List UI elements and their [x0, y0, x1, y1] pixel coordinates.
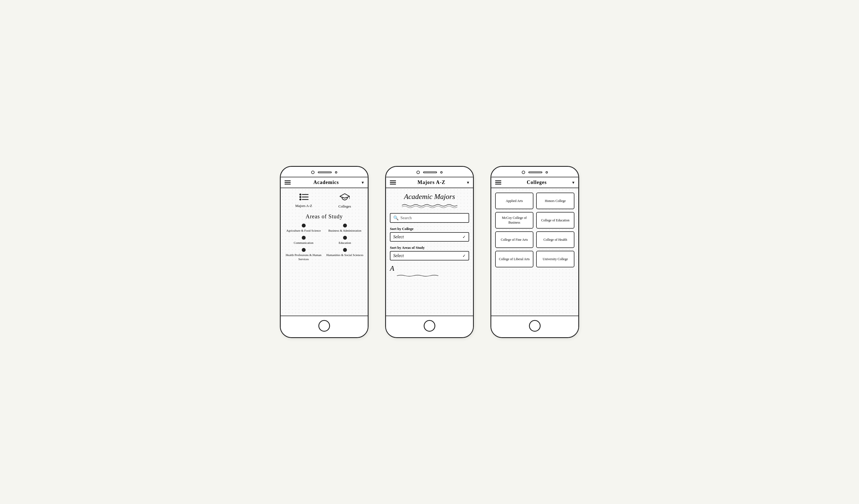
dot-icon-biz: [343, 224, 347, 228]
phone-content-2: Academic Majors 🔍 Search Sort by College…: [386, 188, 473, 316]
nav-title-2: Majors A-Z: [396, 180, 467, 185]
phone-content-1: Majors A-Z Colleges Areas of Study: [281, 188, 368, 316]
study-area-label-comm: Communication: [294, 241, 313, 245]
hamburger-menu-3[interactable]: [495, 180, 501, 185]
hamburger-menu-2[interactable]: [390, 180, 396, 185]
svg-point-0: [300, 194, 301, 196]
study-area-agri[interactable]: Agriculture & Food Science: [285, 224, 322, 232]
nav-chevron-1[interactable]: ▾: [362, 180, 364, 185]
camera-icon-1: [311, 171, 315, 174]
college-card-education[interactable]: College of Education: [536, 212, 574, 229]
college-card-university[interactable]: University College: [536, 251, 574, 268]
dot-icon-edu: [343, 236, 347, 240]
phone-content-3: Applied Arts Honors College McCoy Colleg…: [491, 188, 578, 316]
alphabet-underline: [390, 274, 445, 279]
phone-top-1: [281, 167, 368, 177]
top-dot-2: [440, 171, 442, 173]
dot-icon-comm: [302, 236, 306, 240]
nav-title-3: Colleges: [501, 180, 572, 185]
search-icon: 🔍: [393, 215, 399, 220]
phone-bottom-3: [491, 316, 578, 337]
college-card-health[interactable]: College of Health: [536, 231, 574, 248]
camera-icon-2: [417, 171, 420, 174]
nav-title-1: Academics: [291, 180, 362, 185]
study-area-label-edu: Education: [338, 241, 351, 245]
college-name-applied-arts: Applied Arts: [506, 199, 523, 203]
menu-label-majors: Majors A-Z: [295, 204, 312, 208]
study-area-biz[interactable]: Business & Administration: [326, 224, 364, 232]
phone-majors: Majors A-Z ▾ Academic Majors 🔍 Search So…: [385, 166, 474, 338]
sort-study-select[interactable]: Select ✓: [390, 251, 469, 260]
section-title-1: Areas of Study: [285, 213, 364, 220]
phone-top-3: [491, 167, 578, 177]
svg-marker-6: [340, 194, 350, 198]
college-card-liberal-arts[interactable]: College of Liberal Arts: [495, 251, 533, 268]
sort-study-value: Select: [393, 253, 404, 258]
dot-icon-health: [302, 248, 306, 252]
alphabet-letter: A: [390, 264, 469, 273]
college-card-honors[interactable]: Honors College: [536, 193, 574, 209]
nav-bar-3: Colleges ▾: [491, 177, 578, 188]
menu-item-majors[interactable]: Majors A-Z: [285, 193, 323, 209]
sort-study-label: Sort by Areas of Study: [390, 245, 469, 250]
sort-college-chevron: ✓: [463, 235, 466, 239]
camera-icon-3: [522, 171, 525, 174]
menu-label-colleges: Colleges: [338, 204, 351, 209]
home-button-2[interactable]: [424, 320, 435, 332]
study-area-label-health: Health Professions & Human Services: [285, 253, 322, 261]
study-area-label-biz: Business & Administration: [328, 229, 361, 232]
phone-bottom-1: [281, 316, 368, 337]
nav-bar-2: Majors A-Z ▾: [386, 177, 473, 188]
college-card-applied-arts[interactable]: Applied Arts: [495, 193, 533, 209]
college-name-education: College of Education: [541, 218, 570, 223]
college-name-university: University College: [543, 257, 568, 262]
search-label: Search: [401, 216, 412, 220]
phone-top-2: [386, 167, 473, 177]
nav-bar-1: Academics ▾: [281, 177, 368, 188]
college-name-liberal-arts: College of Liberal Arts: [499, 257, 530, 262]
svg-point-2: [300, 196, 301, 198]
study-areas-grid: Agriculture & Food Science Business & Ad…: [285, 224, 364, 261]
sort-study-chevron: ✓: [463, 254, 466, 258]
speaker-icon-2: [423, 171, 437, 173]
phone-academics: Academics ▾: [280, 166, 368, 338]
dot-icon-hum: [343, 248, 347, 252]
study-area-hum[interactable]: Humanities & Social Sciences: [326, 248, 364, 261]
svg-point-4: [300, 199, 301, 201]
phone-bottom-2: [386, 316, 473, 337]
dot-icon-agri: [302, 224, 306, 228]
majors-page-title: Academic Majors: [390, 193, 469, 201]
top-dot-3: [546, 171, 548, 173]
sort-college-value: Select: [393, 234, 404, 240]
college-name-mccoy: McCoy College of Business: [498, 216, 531, 225]
sort-college-select[interactable]: Select ✓: [390, 232, 469, 242]
hamburger-menu-1[interactable]: [285, 180, 291, 185]
home-button-1[interactable]: [318, 320, 330, 332]
menu-grid-1: Majors A-Z Colleges: [285, 193, 364, 209]
top-dot-1: [335, 171, 337, 173]
study-area-label-hum: Humanities & Social Sciences: [327, 253, 364, 257]
sort-college-label: Sort by College: [390, 227, 469, 231]
college-name-honors: Honors College: [545, 199, 566, 203]
college-card-fine-arts[interactable]: College of Fine Arts: [495, 231, 533, 248]
study-area-health[interactable]: Health Professions & Human Services: [285, 248, 322, 261]
study-area-comm[interactable]: Communication: [285, 236, 322, 245]
wavy-decoration: [398, 202, 461, 209]
grad-cap-icon: [340, 193, 350, 202]
nav-chevron-3[interactable]: ▾: [572, 180, 574, 185]
page-container: Academics ▾: [269, 149, 590, 355]
speaker-icon-3: [528, 171, 542, 173]
phone-colleges: Colleges ▾ Applied Arts Honors College M…: [491, 166, 579, 338]
college-name-fine-arts: College of Fine Arts: [501, 238, 528, 242]
speaker-icon-1: [318, 171, 332, 173]
college-name-health: College of Health: [543, 238, 567, 242]
study-area-label-agri: Agriculture & Food Science: [286, 229, 321, 232]
menu-item-colleges[interactable]: Colleges: [326, 193, 364, 209]
list-icon: [299, 193, 309, 202]
nav-chevron-2[interactable]: ▾: [467, 180, 469, 185]
search-box[interactable]: 🔍 Search: [390, 213, 469, 223]
colleges-grid: Applied Arts Honors College McCoy Colleg…: [495, 193, 574, 268]
home-button-3[interactable]: [529, 320, 541, 332]
study-area-edu[interactable]: Education: [326, 236, 364, 245]
college-card-mccoy[interactable]: McCoy College of Business: [495, 212, 533, 229]
